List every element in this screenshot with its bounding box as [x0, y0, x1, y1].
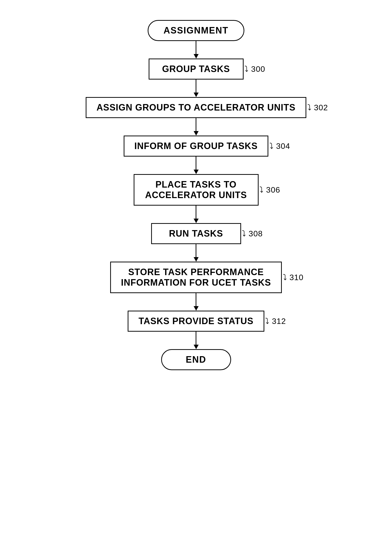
node-group-tasks: GROUP TASKS ⤵ 300 — [149, 59, 244, 80]
arrow-4 — [194, 157, 199, 174]
arrow-line — [196, 244, 196, 257]
ref-302: ⤵ 302 — [307, 103, 328, 112]
ref-300: ⤵ 300 — [244, 65, 265, 74]
arrow-line — [196, 80, 196, 93]
arrow-3 — [194, 118, 199, 136]
node-place-tasks: PLACE TASKS TO ACCELERATOR UNITS ⤵ 306 — [134, 174, 259, 206]
node-end: END — [161, 349, 231, 370]
arrow-head — [194, 170, 199, 174]
arrow-line — [196, 118, 196, 131]
node-inform: INFORM OF GROUP TASKS ⤵ 304 — [124, 136, 269, 157]
arrow-line — [196, 293, 196, 306]
ref-304: ⤵ 304 — [269, 142, 290, 151]
arrow-head — [194, 219, 199, 223]
arrow-head — [194, 131, 199, 136]
arrow-head — [194, 257, 199, 262]
node-assignment: ASSIGNMENT — [148, 20, 244, 41]
arrow-head — [194, 93, 199, 97]
ref-312: ⤵ 312 — [265, 317, 286, 326]
node-store-task: STORE TASK PERFORMANCE INFORMATION FOR U… — [110, 262, 282, 293]
arrow-6 — [194, 244, 199, 262]
arrow-head — [194, 345, 199, 349]
arrow-line — [196, 41, 196, 54]
arrow-line — [196, 206, 196, 219]
arrow-8 — [194, 332, 199, 349]
ref-306: ⤵ 306 — [259, 185, 280, 195]
flowchart: ASSIGNMENT GROUP TASKS ⤵ 300 ASSIGN GROU… — [0, 10, 392, 380]
arrow-2 — [194, 80, 199, 97]
ref-310: ⤵ 310 — [283, 273, 304, 282]
node-assign-groups: ASSIGN GROUPS TO ACCELERATOR UNITS ⤵ 302 — [86, 97, 306, 118]
arrow-head — [194, 54, 199, 59]
arrow-7 — [194, 293, 199, 311]
arrow-head — [194, 306, 199, 311]
node-tasks-status: TASKS PROVIDE STATUS ⤵ 312 — [128, 311, 264, 332]
arrow-line — [196, 157, 196, 170]
arrow-1 — [194, 41, 199, 59]
arrow-5 — [194, 206, 199, 223]
node-run-tasks: RUN TASKS ⤵ 308 — [151, 223, 241, 244]
ref-308: ⤵ 308 — [242, 229, 263, 238]
arrow-line — [196, 332, 196, 345]
